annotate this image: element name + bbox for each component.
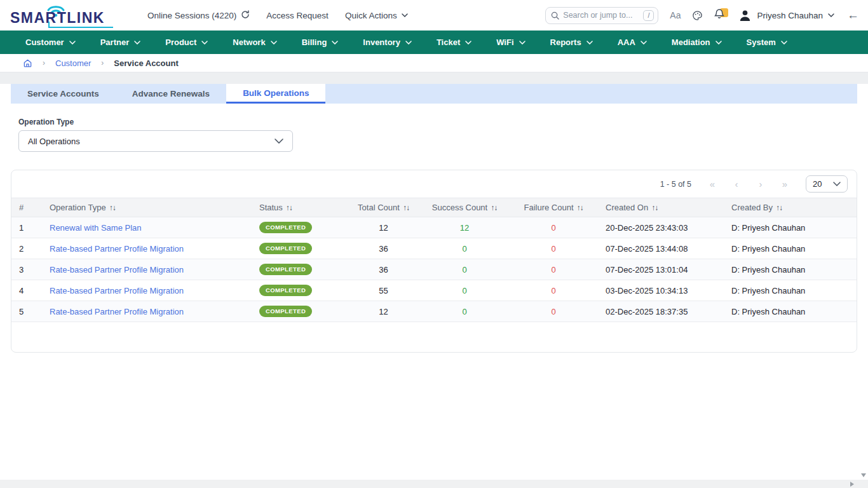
breadcrumb-customer[interactable]: Customer [55, 58, 91, 68]
tab-bulk-operations[interactable]: Bulk Operations [226, 84, 325, 104]
operation-type-link[interactable]: Renewal with Same Plan [50, 223, 142, 233]
search-shortcut-hint: / [643, 10, 654, 21]
page-size-select[interactable]: 20 [806, 175, 848, 193]
col-header-success-count[interactable]: Success Count↑↓ [420, 198, 509, 217]
back-arrow-icon[interactable]: ← [847, 8, 859, 22]
created-on-cell: 02-Dec-2025 18:37:35 [598, 301, 724, 322]
col-header-operation-type[interactable]: Operation Type↑↓ [42, 198, 252, 217]
col-header-created-on[interactable]: Created On↑↓ [598, 198, 724, 217]
col-header-total-count[interactable]: Total Count↑↓ [347, 198, 420, 217]
nav-item-system[interactable]: System [747, 37, 787, 47]
created-on-cell: 07-Dec-2025 13:01:04 [598, 259, 724, 280]
sort-icon[interactable]: ↑↓ [577, 203, 583, 212]
success-count-cell: 12 [420, 217, 509, 238]
created-by-cell: D: Priyesh Chauhan [724, 301, 857, 322]
nav-item-billing[interactable]: Billing [302, 37, 339, 47]
notifications-bell[interactable] [714, 9, 727, 22]
logo-accent-tick [48, 22, 50, 27]
col-header-status[interactable]: Status↑↓ [252, 198, 347, 217]
table-row: 4 Rate-based Partner Profile Migration C… [11, 280, 857, 301]
operation-type-select[interactable]: All Operations [18, 130, 293, 152]
top-header: SMARTLINK Online Sessions (4220) Access … [0, 0, 868, 30]
operation-type-link[interactable]: Rate-based Partner Profile Migration [50, 286, 184, 295]
chevron-down-icon [781, 41, 787, 44]
nav-item-mediation[interactable]: Mediation [672, 37, 722, 47]
tab-advance-renewals[interactable]: Advance Renewals [116, 84, 226, 104]
online-sessions-label: Online Sessions (4220) [147, 11, 236, 20]
failure-count-cell: 0 [509, 259, 598, 280]
font-size-toggle[interactable]: Aa [670, 10, 681, 20]
status-badge: COMPLETED [259, 264, 312, 275]
table-row: 3 Rate-based Partner Profile Migration C… [11, 259, 857, 280]
main-navigation: Customer Partner Product Network Billing… [0, 30, 868, 54]
sort-icon[interactable]: ↑↓ [776, 203, 782, 212]
nav-item-reports[interactable]: Reports [550, 37, 593, 47]
operation-type-link[interactable]: Rate-based Partner Profile Migration [50, 265, 184, 274]
chevron-down-icon [405, 41, 412, 44]
pagination-first-button[interactable]: « [700, 179, 724, 189]
sort-icon[interactable]: ↑↓ [491, 203, 497, 212]
home-icon[interactable] [23, 58, 32, 68]
operation-type-label: Operation Type [18, 118, 857, 126]
nav-item-network[interactable]: Network [233, 37, 276, 47]
chevron-down-icon [519, 41, 526, 44]
total-count-cell: 36 [347, 259, 420, 280]
pagination-prev-button[interactable]: ‹ [724, 179, 749, 189]
user-menu[interactable]: Priyesh Chauhan [738, 9, 834, 22]
user-name: Priyesh Chauhan [757, 11, 823, 20]
pagination-next-button[interactable]: › [749, 179, 773, 189]
col-header-failure-count[interactable]: Failure Count↑↓ [509, 198, 598, 217]
quick-actions-menu[interactable]: Quick Actions [345, 11, 408, 20]
operation-type-value: All Operations [28, 137, 80, 146]
nav-item-partner[interactable]: Partner [100, 37, 141, 47]
row-index: 2 [11, 238, 42, 259]
refresh-icon[interactable] [241, 10, 250, 21]
online-sessions[interactable]: Online Sessions (4220) [147, 10, 250, 21]
logo-text: SMARTLINK [10, 10, 105, 27]
sort-icon[interactable]: ↑↓ [403, 203, 409, 212]
tab-strip: Service Accounts Advance Renewals Bulk O… [11, 84, 857, 104]
smartlink-logo[interactable]: SMARTLINK [9, 3, 117, 28]
scroll-down-icon[interactable] [861, 473, 866, 477]
breadcrumb-separator: › [43, 58, 45, 67]
quick-actions-label: Quick Actions [345, 11, 397, 20]
pagination-last-button[interactable]: » [773, 179, 797, 189]
status-badge: COMPLETED [259, 285, 312, 296]
chevron-down-icon [587, 41, 593, 44]
failure-count-cell: 0 [509, 301, 598, 322]
nav-item-aaa[interactable]: AAA [618, 37, 647, 47]
chevron-down-icon [828, 13, 834, 17]
table-row: 5 Rate-based Partner Profile Migration C… [11, 301, 857, 322]
success-count-cell: 0 [420, 259, 509, 280]
total-count-cell: 55 [347, 280, 420, 301]
table-row: 2 Rate-based Partner Profile Migration C… [11, 238, 857, 259]
col-header-created-by[interactable]: Created By↑↓ [724, 198, 857, 217]
created-on-cell: 07-Dec-2025 13:44:08 [598, 238, 724, 259]
sort-icon[interactable]: ↑↓ [286, 203, 292, 212]
sort-icon[interactable]: ↑↓ [651, 203, 658, 212]
horizontal-scrollbar[interactable] [0, 480, 868, 488]
nav-item-product[interactable]: Product [165, 37, 208, 47]
operation-type-link[interactable]: Rate-based Partner Profile Migration [50, 244, 184, 254]
failure-count-cell: 0 [509, 217, 598, 238]
search-input[interactable] [563, 11, 639, 20]
nav-item-wifi[interactable]: WiFi [496, 37, 525, 47]
nav-item-ticket[interactable]: Ticket [437, 37, 471, 47]
operation-type-link[interactable]: Rate-based Partner Profile Migration [50, 307, 184, 316]
row-index: 5 [11, 301, 42, 322]
theme-palette-icon[interactable] [692, 10, 703, 21]
access-request-link[interactable]: Access Request [266, 11, 329, 20]
scroll-right-icon[interactable] [850, 482, 854, 487]
success-count-cell: 0 [420, 280, 509, 301]
total-count-cell: 36 [347, 238, 420, 259]
failure-count-cell: 0 [509, 280, 598, 301]
tab-service-accounts[interactable]: Service Accounts [11, 84, 116, 104]
bell-icon [714, 8, 724, 22]
page-divider-band [0, 72, 868, 84]
nav-item-customer[interactable]: Customer [25, 37, 76, 47]
global-search[interactable]: / [545, 7, 658, 24]
page-size-value: 20 [813, 179, 822, 189]
sort-icon[interactable]: ↑↓ [109, 203, 116, 212]
nav-item-inventory[interactable]: Inventory [363, 37, 412, 47]
chevron-down-icon [201, 41, 208, 44]
